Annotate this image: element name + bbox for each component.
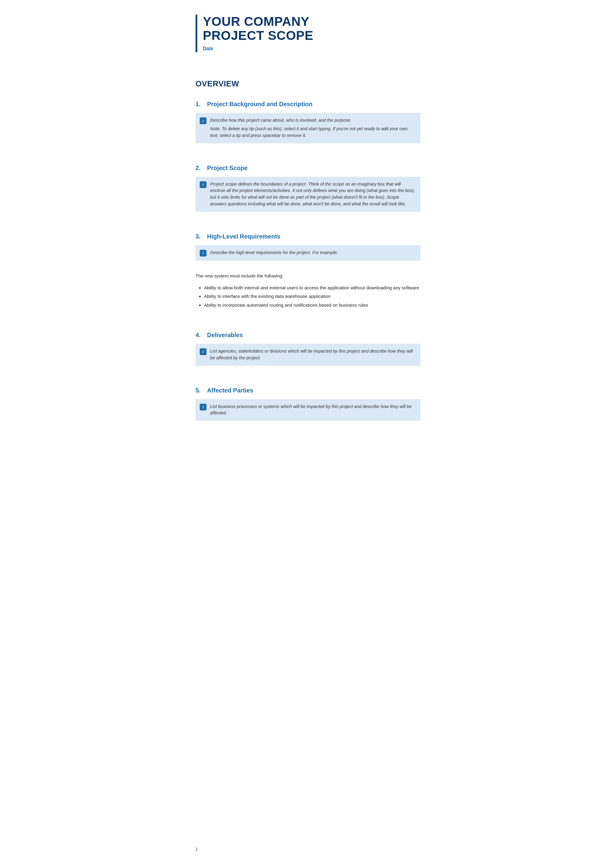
date-label: Date <box>203 45 421 52</box>
section-4: 4.DeliverablesiList agencies, stakeholde… <box>195 331 421 376</box>
section-number: 4. <box>195 331 204 340</box>
section-number: 1. <box>195 99 204 109</box>
tip-box-1: iDescribe how this project came about, w… <box>195 113 421 143</box>
tip-line: List business processes or systems which… <box>210 403 415 417</box>
section-2: 2.Project ScopeiProject scope defines th… <box>195 164 421 222</box>
section-5: 5.Affected PartiesiList business process… <box>195 386 421 431</box>
tip-text-5: List business processes or systems which… <box>210 403 415 417</box>
tip-line: Describe the high level requirements for… <box>210 249 338 256</box>
tip-text-4: List agencies, stakeholders or divisions… <box>210 348 415 361</box>
section-title: Project Scope <box>207 164 247 173</box>
section-3: 3.High-Level RequirementsiDescribe the h… <box>195 232 421 321</box>
tip-line: Describe how this project came about, wh… <box>210 117 415 124</box>
list-item: Ability to incorporate automated routing… <box>204 302 421 309</box>
tip-text-1: Describe how this project came about, wh… <box>210 117 415 139</box>
section-heading-2: 2.Project Scope <box>195 164 421 173</box>
document-header: YOUR COMPANY PROJECT SCOPE Date <box>195 14 421 52</box>
section-heading-1: 1.Project Background and Description <box>195 99 421 109</box>
main-title: YOUR COMPANY PROJECT SCOPE <box>203 14 421 42</box>
info-icon: i <box>200 181 206 188</box>
list-item: Ability to interface with the existing d… <box>204 293 421 300</box>
info-icon: i <box>200 348 206 355</box>
tip-text-3: Describe the high level requirements for… <box>210 249 338 256</box>
section-number: 2. <box>195 164 204 173</box>
page-number: 1 <box>195 847 198 852</box>
section-title: High-Level Requirements <box>207 232 280 241</box>
info-icon: i <box>200 404 206 411</box>
list-item: Ability to allow both internal and exter… <box>204 285 421 291</box>
info-icon: i <box>200 250 206 257</box>
page-footer: 1 <box>195 846 198 853</box>
body-text-3: The new system must include the followin… <box>195 272 421 280</box>
overview-title: OVERVIEW <box>195 78 421 90</box>
sections-container: 1.Project Background and DescriptioniDes… <box>195 99 421 431</box>
tip-line: Note: To delete any tip (such as this), … <box>210 126 415 139</box>
tip-box-3: iDescribe the high level requirements fo… <box>195 245 421 261</box>
section-title: Deliverables <box>207 331 243 340</box>
section-1: 1.Project Background and DescriptioniDes… <box>195 99 421 153</box>
section-heading-5: 5.Affected Parties <box>195 386 421 395</box>
tip-line: Project scope defines the boundaries of … <box>210 181 415 208</box>
bullet-list-3: Ability to allow both internal and exter… <box>204 285 421 309</box>
tip-box-4: iList agencies, stakeholders or division… <box>195 344 421 366</box>
section-heading-4: 4.Deliverables <box>195 331 421 340</box>
section-title: Affected Parties <box>207 386 253 395</box>
tip-text-2: Project scope defines the boundaries of … <box>210 181 415 208</box>
section-title: Project Background and Description <box>207 99 313 109</box>
document-page: YOUR COMPANY PROJECT SCOPE Date OVERVIEW… <box>177 0 439 861</box>
info-icon: i <box>200 117 206 124</box>
tip-line: List agencies, stakeholders or divisions… <box>210 348 415 361</box>
tip-box-5: iList business processes or systems whic… <box>195 399 421 421</box>
tip-box-2: iProject scope defines the boundaries of… <box>195 177 421 212</box>
section-number: 3. <box>195 232 204 241</box>
section-heading-3: 3.High-Level Requirements <box>195 232 421 241</box>
section-number: 5. <box>195 386 204 395</box>
overview-section: OVERVIEW <box>195 67 421 90</box>
